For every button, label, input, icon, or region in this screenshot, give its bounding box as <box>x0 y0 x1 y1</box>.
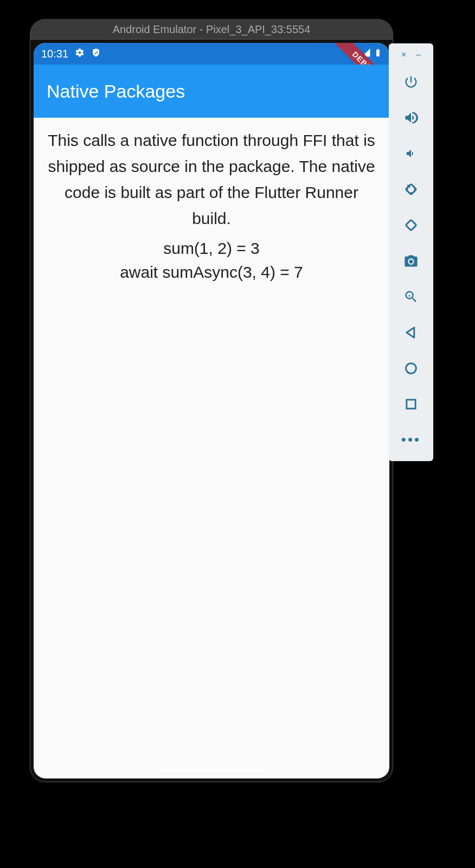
minimize-button[interactable]: – <box>416 50 421 60</box>
sum-async-result: await sumAsync(3, 4) = 7 <box>43 263 380 282</box>
volume-up-icon[interactable] <box>403 110 419 126</box>
back-icon[interactable] <box>403 324 419 341</box>
app-title: Native Packages <box>47 81 185 102</box>
status-time: 10:31 <box>41 48 68 60</box>
android-status-bar: 10:31 <box>34 43 389 65</box>
sum-result: sum(1, 2) = 3 <box>43 239 380 258</box>
device-screen: 10:31 <box>34 43 389 778</box>
battery-icon <box>374 47 382 61</box>
app-body: This calls a native function through FFI… <box>34 118 389 282</box>
description-text: This calls a native function through FFI… <box>43 127 380 232</box>
svg-rect-3 <box>407 400 415 409</box>
camera-icon[interactable] <box>403 253 419 269</box>
close-button[interactable]: × <box>401 50 406 60</box>
wifi-icon <box>347 47 358 61</box>
home-icon[interactable] <box>403 360 419 376</box>
emulator-toolbar: × – <box>389 43 433 461</box>
app-bar: Native Packages <box>34 65 389 118</box>
overview-icon[interactable] <box>403 396 419 412</box>
rotate-left-icon[interactable] <box>403 181 419 197</box>
emulator-title-bar: Android Emulator - Pixel_3_API_33:5554 <box>30 19 393 40</box>
emulator-title: Android Emulator - Pixel_3_API_33:5554 <box>113 23 311 36</box>
svg-point-2 <box>406 363 416 374</box>
gear-icon <box>75 48 85 60</box>
home-indicator[interactable] <box>160 769 263 772</box>
signal-icon <box>361 48 371 60</box>
shield-icon <box>91 48 101 60</box>
power-icon[interactable] <box>403 74 419 90</box>
volume-down-icon[interactable] <box>403 145 419 162</box>
rotate-right-icon[interactable] <box>403 217 419 233</box>
svg-rect-1 <box>406 220 416 231</box>
device-frame: 10:31 <box>30 39 393 782</box>
more-icon[interactable]: ••• <box>401 431 421 448</box>
zoom-icon[interactable] <box>403 289 419 305</box>
